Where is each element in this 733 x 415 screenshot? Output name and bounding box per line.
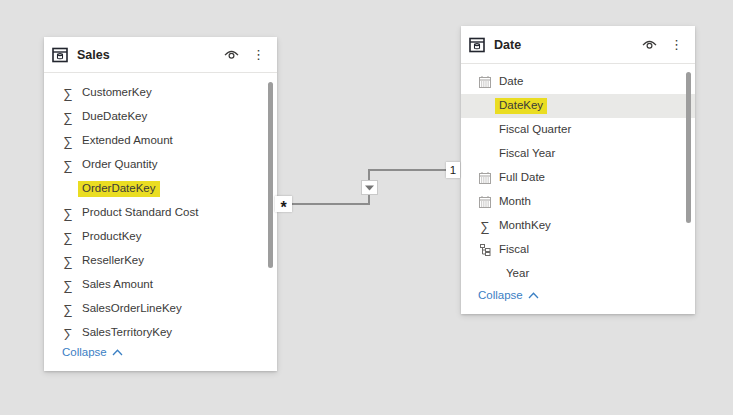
calendar-icon [475,172,495,184]
field-row-year[interactable]: Year [461,262,695,286]
table-title: Date [494,38,642,52]
field-row-fiscal[interactable]: Fiscal [461,238,695,262]
sigma-icon: ∑ [58,135,78,148]
field-list: ∑CustomerKey∑DueDateKey∑Extended Amount∑… [44,73,277,340]
sigma-icon: ∑ [58,327,78,340]
field-label: ResellerKey [78,253,148,270]
filter-direction-arrow-icon[interactable] [361,180,378,195]
many-label: * [280,199,286,217]
field-list: DateDateKeyFiscal QuarterFiscal YearFull… [461,64,695,286]
sigma-icon: ∑ [58,159,78,172]
field-label: Product Standard Cost [78,205,202,222]
sigma-icon: ∑ [475,220,495,233]
table-card-sales[interactable]: Sales ⋮ ∑CustomerKey∑DueDateKey∑Extended… [44,37,277,371]
field-label: Fiscal [495,242,533,259]
field-label: Order Quantity [78,157,161,174]
field-row-full-date[interactable]: Full Date [461,166,695,190]
field-list-viewport: ∑CustomerKey∑DueDateKey∑Extended Amount∑… [44,73,277,340]
field-row-date[interactable]: Date [461,70,695,94]
model-view-canvas: Sales ⋮ ∑CustomerKey∑DueDateKey∑Extended… [0,0,733,415]
sigma-icon: ∑ [58,111,78,124]
collapse-label: Collapse [62,346,107,358]
chevron-up-icon [528,292,539,299]
field-list-viewport: DateDateKeyFiscal QuarterFiscal YearFull… [461,64,695,286]
field-label: Date [495,74,527,91]
table-icon [52,47,68,63]
cardinality-many-badge[interactable]: * [275,196,292,212]
table-card-date[interactable]: Date ⋮ DateDateKeyFiscal QuarterFiscal Y… [461,26,695,314]
calendar-icon [475,196,495,208]
more-options-icon[interactable]: ⋮ [250,48,267,61]
hierarchy-icon [475,244,495,256]
scrollbar[interactable] [268,82,273,268]
field-label: SalesTerritoryKey [78,325,176,340]
calendar-icon [475,76,495,88]
field-label: CustomerKey [78,85,156,102]
field-row-extended-amount[interactable]: ∑Extended Amount [44,129,277,153]
field-label: Sales Amount [78,277,157,294]
sigma-icon: ∑ [58,255,78,268]
field-row-customerkey[interactable]: ∑CustomerKey [44,81,277,105]
field-label: DateKey [495,98,547,115]
field-label: OrderDateKey [78,181,160,198]
field-row-resellerkey[interactable]: ∑ResellerKey [44,249,277,273]
scrollbar[interactable] [686,72,691,223]
sigma-icon: ∑ [58,279,78,292]
one-label: 1 [450,164,456,176]
collapse-button[interactable]: Collapse [62,346,123,358]
table-icon [469,37,485,53]
field-row-product-standard-cost[interactable]: ∑Product Standard Cost [44,201,277,225]
field-row-sales-amount[interactable]: ∑Sales Amount [44,273,277,297]
field-row-month[interactable]: Month [461,190,695,214]
field-row-order-quantity[interactable]: ∑Order Quantity [44,153,277,177]
cardinality-one-badge[interactable]: 1 [446,162,460,178]
field-row-salesorderlinekey[interactable]: ∑SalesOrderLineKey [44,297,277,321]
eye-icon[interactable] [642,39,657,50]
field-label: DueDateKey [78,109,151,126]
field-label: Fiscal Year [495,146,559,163]
collapse-button[interactable]: Collapse [478,289,539,301]
more-options-icon[interactable]: ⋮ [668,38,685,51]
field-row-fiscal-quarter[interactable]: Fiscal Quarter [461,118,695,142]
table-title: Sales [77,48,224,62]
field-row-salesterritorykey[interactable]: ∑SalesTerritoryKey [44,321,277,340]
field-label: Year [502,266,533,283]
field-row-productkey[interactable]: ∑ProductKey [44,225,277,249]
field-row-monthkey[interactable]: ∑MonthKey [461,214,695,238]
field-row-datekey[interactable]: DateKey [461,94,695,118]
field-label: SalesOrderLineKey [78,301,186,318]
field-row-orderdatekey[interactable]: OrderDateKey [44,177,277,201]
table-header-date: Date ⋮ [461,26,695,64]
sigma-icon: ∑ [58,87,78,100]
eye-icon[interactable] [224,49,239,60]
field-row-duedatekey[interactable]: ∑DueDateKey [44,105,277,129]
field-label: Full Date [495,170,549,187]
table-header-sales: Sales ⋮ [44,37,277,73]
field-label: Month [495,194,535,211]
field-label: Fiscal Quarter [495,122,575,139]
field-label: ProductKey [78,229,145,246]
field-label: Extended Amount [78,133,177,150]
field-row-fiscal-year[interactable]: Fiscal Year [461,142,695,166]
collapse-label: Collapse [478,289,523,301]
sigma-icon: ∑ [58,303,78,316]
sigma-icon: ∑ [58,207,78,220]
sigma-icon: ∑ [58,231,78,244]
chevron-up-icon [112,349,123,356]
field-label: MonthKey [495,218,555,235]
